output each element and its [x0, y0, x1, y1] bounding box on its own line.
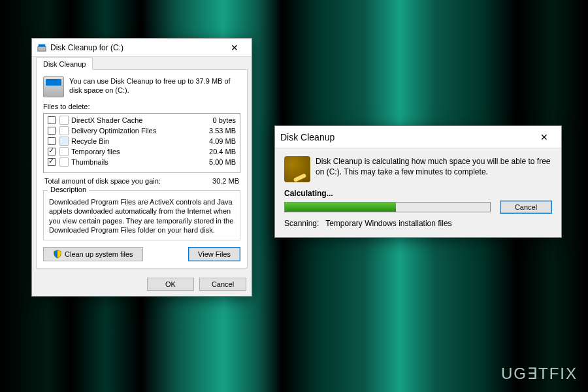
cancel-button[interactable]: Cancel — [199, 278, 246, 291]
disk-cleanup-dialog: Disk Cleanup for (C:) ✕ Disk Cleanup You… — [31, 38, 252, 297]
tab-strip: Disk Cleanup — [32, 57, 252, 69]
files-listbox[interactable]: DirectX Shader Cache 0 bytes Delivery Op… — [43, 113, 240, 173]
files-to-delete-label: Files to delete: — [43, 103, 240, 110]
view-files-button[interactable]: View Files — [188, 247, 240, 261]
info-text: Disk Cleanup is calculating how much spa… — [316, 156, 552, 182]
svg-rect-0 — [38, 46, 46, 51]
scanning-target: Temporary Windows installation files — [325, 219, 451, 228]
info-text: You can use Disk Cleanup to free up to 3… — [69, 76, 240, 97]
file-icon — [59, 126, 69, 135]
file-size: 0 bytes — [197, 116, 236, 124]
file-name: Recycle Bin — [71, 137, 197, 145]
file-size: 4.09 MB — [197, 137, 236, 145]
file-size: 20.4 MB — [197, 148, 236, 155]
description-legend: Description — [48, 186, 89, 193]
calculating-label: Calculating... — [284, 189, 552, 198]
tab-panel: You can use Disk Cleanup to free up to 3… — [36, 69, 248, 269]
watermark-text: UG∃TFIX — [501, 365, 578, 383]
close-icon[interactable]: ✕ — [221, 39, 248, 57]
file-icon — [59, 157, 69, 167]
file-name: Delivery Optimization Files — [71, 127, 197, 135]
file-row[interactable]: Delivery Optimization Files 3.53 MB — [45, 125, 238, 136]
cleanup-system-files-label: Clean up system files — [65, 250, 133, 258]
window-title: Disk Cleanup — [280, 132, 531, 142]
tab-disk-cleanup[interactable]: Disk Cleanup — [36, 57, 93, 70]
cancel-button[interactable]: Cancel — [500, 201, 552, 214]
cleanup-system-files-button[interactable]: Clean up system files — [43, 247, 143, 261]
file-name: Thumbnails — [71, 158, 197, 166]
broom-icon — [284, 156, 310, 182]
checkbox-icon[interactable] — [48, 137, 56, 145]
total-value: 30.2 MB — [212, 177, 239, 185]
progress-bar — [284, 202, 491, 212]
checkbox-icon[interactable] — [48, 116, 56, 124]
ok-button[interactable]: OK — [147, 278, 194, 291]
close-icon[interactable]: ✕ — [531, 128, 557, 146]
file-row[interactable]: Thumbnails 5.00 MB — [45, 157, 238, 167]
shield-icon — [53, 250, 62, 259]
titlebar[interactable]: Disk Cleanup for (C:) ✕ — [32, 39, 252, 57]
scanning-label: Scanning: — [284, 219, 319, 228]
file-row[interactable]: DirectX Shader Cache 0 bytes — [45, 115, 238, 125]
file-name: Temporary files — [71, 148, 197, 155]
progress-bar-fill — [285, 203, 396, 212]
file-row[interactable]: Temporary files 20.4 MB — [45, 146, 238, 157]
description-group: Description Downloaded Program Files are… — [43, 190, 240, 240]
file-size: 3.53 MB — [197, 127, 236, 135]
recycle-bin-icon — [59, 137, 69, 146]
file-icon — [59, 116, 69, 125]
file-size: 5.00 MB — [197, 158, 236, 166]
disk-cleanup-progress-dialog: Disk Cleanup ✕ Disk Cleanup is calculati… — [274, 125, 562, 238]
description-text: Downloaded Program Files are ActiveX con… — [49, 197, 235, 235]
file-icon — [59, 147, 69, 156]
drive-icon — [43, 76, 64, 97]
titlebar[interactable]: Disk Cleanup ✕ — [275, 126, 561, 148]
dialog-button-row: OK Cancel — [32, 272, 252, 296]
checkbox-icon[interactable] — [48, 158, 56, 166]
file-row[interactable]: Recycle Bin 4.09 MB — [45, 136, 238, 146]
window-title: Disk Cleanup for (C:) — [50, 43, 221, 52]
disk-cleanup-icon — [37, 43, 46, 52]
svg-rect-1 — [39, 44, 46, 46]
checkbox-icon[interactable] — [48, 127, 56, 135]
checkbox-icon[interactable] — [48, 148, 56, 155]
total-label: Total amount of disk space you gain: — [44, 177, 161, 185]
file-name: DirectX Shader Cache — [71, 116, 197, 124]
